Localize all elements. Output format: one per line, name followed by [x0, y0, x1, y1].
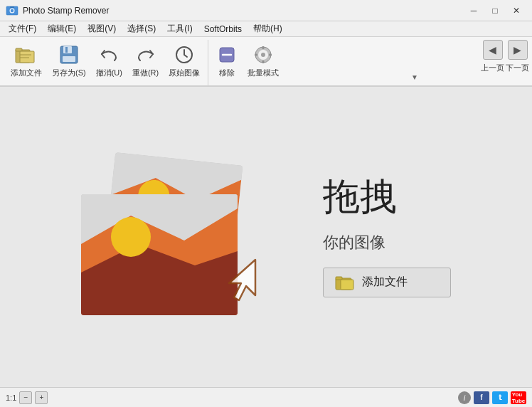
undo-label: 撤消(U)	[96, 68, 122, 78]
toolbar-save-as[interactable]: 另存为(S)	[47, 40, 91, 82]
save-as-label: 另存为(S)	[52, 68, 86, 78]
redo-icon	[136, 43, 156, 66]
youtube-icon[interactable]: YouTube	[511, 391, 526, 404]
prev-label: 上一页	[481, 63, 504, 73]
menu-view[interactable]: 视图(V)	[82, 21, 122, 36]
svg-rect-12	[63, 56, 75, 62]
svg-rect-3	[10, 6, 14, 8]
nav-next-group: ▶ 下一页	[506, 40, 529, 73]
svg-rect-20	[262, 60, 265, 63]
menu-edit[interactable]: 编辑(E)	[42, 21, 82, 36]
add-file-icon	[15, 43, 38, 66]
toolbar-nav: ◀ 上一页 ▶ 下一页	[481, 40, 529, 73]
batch-icon	[253, 43, 273, 66]
close-button[interactable]: ✕	[506, 4, 526, 18]
add-file-button[interactable]: 添加文件	[323, 268, 451, 297]
redo-label: 重做(R)	[132, 68, 159, 78]
menu-file[interactable]: 文件(F)	[3, 21, 42, 36]
app-icon	[6, 4, 18, 17]
toolbar: 添加文件 另存为(S) 撤消(U)	[0, 37, 532, 87]
svg-rect-36	[341, 280, 353, 290]
toolbar-dropdown[interactable]: ▼	[411, 73, 418, 81]
facebook-icon[interactable]: f	[474, 391, 489, 404]
add-file-label: 添加文件	[11, 68, 42, 78]
svg-point-32	[111, 217, 151, 257]
window-title: Photo Stamp Remover	[23, 6, 464, 16]
maximize-button[interactable]: □	[485, 4, 505, 18]
svg-rect-6	[20, 51, 34, 63]
save-icon	[59, 43, 79, 66]
add-file-button-label: 添加文件	[362, 275, 408, 290]
statusbar: 1:1 − + i f 𝕥 YouTube	[0, 387, 532, 407]
toolbar-redo[interactable]: 重做(R)	[127, 40, 164, 82]
drop-title: 拖拽	[323, 176, 397, 217]
zoom-in-button[interactable]: +	[35, 391, 48, 404]
menu-tools[interactable]: 工具(I)	[161, 21, 198, 36]
remove-label: 移除	[219, 68, 235, 78]
remove-icon	[217, 43, 237, 66]
svg-point-2	[11, 9, 14, 11]
next-label: 下一页	[506, 63, 529, 73]
toolbar-batch[interactable]: 批量模式	[243, 40, 284, 82]
original-label: 原始图像	[169, 68, 200, 78]
toolbar-group-main: 添加文件 另存为(S) 撤消(U)	[3, 40, 208, 85]
svg-rect-21	[255, 54, 257, 56]
menu-select[interactable]: 选择(S)	[122, 21, 161, 36]
titlebar: Photo Stamp Remover ─ □ ✕	[0, 0, 532, 21]
twitter-icon[interactable]: 𝕥	[492, 391, 508, 404]
statusbar-right: i f 𝕥 YouTube	[458, 391, 526, 404]
toolbar-remove[interactable]: 移除	[211, 40, 243, 82]
zoom-out-button[interactable]: −	[19, 391, 32, 404]
toolbar-add-file[interactable]: 添加文件	[6, 40, 47, 82]
info-icon[interactable]: i	[458, 391, 471, 404]
drop-subtitle: 你的图像	[323, 232, 385, 253]
svg-marker-33	[229, 260, 255, 300]
toolbar-group-tools: 移除 批量模式	[208, 40, 287, 85]
undo-icon	[99, 43, 119, 66]
svg-rect-11	[65, 47, 68, 53]
svg-point-18	[261, 53, 265, 57]
toolbar-undo[interactable]: 撤消(U)	[91, 40, 127, 82]
drop-zone[interactable]: 拖拽 你的图像 添加文件	[67, 144, 465, 329]
main-content: 拖拽 你的图像 添加文件	[0, 87, 532, 387]
minimize-button[interactable]: ─	[464, 4, 484, 18]
svg-rect-22	[269, 54, 272, 56]
zoom-value: 1:1	[6, 393, 16, 402]
menu-help[interactable]: 帮助(H)	[248, 21, 288, 36]
svg-rect-35	[336, 277, 342, 280]
cursor-arrow-icon	[220, 256, 259, 308]
window-controls: ─ □ ✕	[464, 4, 526, 18]
batch-label: 批量模式	[248, 68, 279, 78]
menu-softorbits[interactable]: SoftOrbits	[198, 21, 248, 36]
drop-text-area: 拖拽 你的图像 添加文件	[323, 176, 451, 297]
original-icon	[174, 43, 194, 66]
svg-rect-19	[262, 46, 265, 49]
image-illustration	[81, 159, 280, 315]
toolbar-original[interactable]: 原始图像	[164, 40, 205, 82]
image-card-front	[81, 194, 238, 315]
zoom-control: 1:1 − +	[6, 391, 48, 404]
next-button[interactable]: ▶	[508, 40, 528, 60]
statusbar-left: 1:1 − +	[6, 391, 452, 404]
nav-prev-group: ◀ 上一页	[481, 40, 504, 73]
menubar: 文件(F) 编辑(E) 视图(V) 选择(S) 工具(I) SoftOrbits…	[0, 21, 532, 37]
folder-icon	[335, 274, 355, 291]
svg-rect-5	[16, 48, 22, 51]
prev-button[interactable]: ◀	[483, 40, 503, 60]
